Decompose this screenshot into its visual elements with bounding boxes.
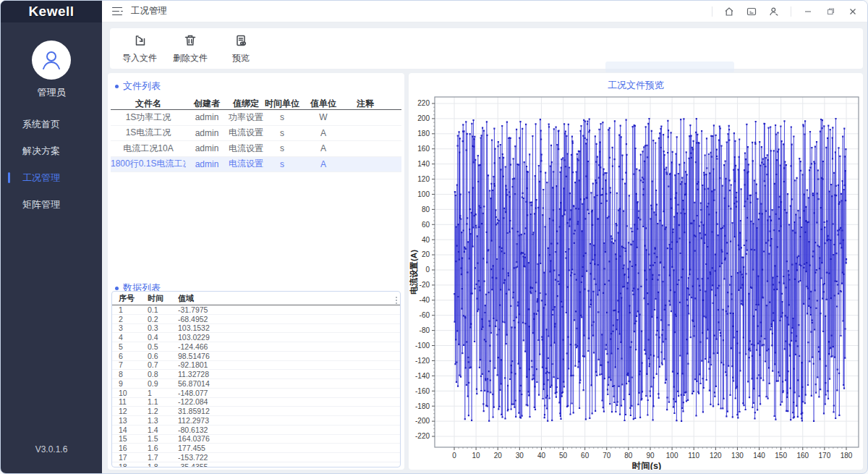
cell: 18 — [119, 462, 148, 467]
sidebar-item-0[interactable]: 系统首页 — [1, 111, 102, 137]
bullet-icon — [115, 85, 119, 88]
file-list-title: 文件列表 — [108, 73, 404, 93]
cell: 2 — [119, 315, 148, 323]
svg-text:100: 100 — [666, 452, 678, 460]
svg-text:50: 50 — [559, 452, 568, 460]
menu-toggle-icon[interactable] — [112, 7, 124, 16]
data-row-8[interactable]: 90.956.87014 — [112, 379, 400, 389]
cell: 0.9 — [148, 379, 178, 388]
cell: s — [264, 159, 300, 169]
cell: 1S电流工况 — [111, 127, 186, 139]
data-row-13[interactable]: 141.4-80.6132 — [112, 426, 400, 435]
svg-text:140: 140 — [753, 452, 765, 460]
monitor-icon[interactable] — [746, 6, 757, 17]
svg-text:0: 0 — [425, 266, 430, 274]
data-row-1[interactable]: 20.2-68.4952 — [112, 315, 400, 324]
svg-text:80: 80 — [422, 206, 430, 213]
cell: admin — [186, 143, 228, 153]
home-icon[interactable] — [723, 6, 735, 17]
close-icon[interactable] — [847, 6, 859, 17]
data-row-14[interactable]: 151.5164.0376 — [112, 435, 400, 444]
cell: 13 — [119, 416, 148, 425]
app-window: Kewell 管理员 系统首页解决方案工况管理矩阵管理 V3.0.1.6 工况管… — [0, 0, 868, 474]
svg-text:40: 40 — [537, 452, 546, 460]
cell: 56.87014 — [178, 379, 214, 388]
column-header: 值单位 — [300, 98, 346, 110]
toolbar-button-label: 删除文件 — [173, 52, 208, 64]
svg-text:-80: -80 — [420, 326, 430, 334]
cell: 9 — [119, 379, 148, 388]
data-row-9[interactable]: 101-148.077 — [112, 389, 400, 398]
data-row-16[interactable]: 171.7-153.722 — [112, 453, 400, 462]
scrollbar[interactable] — [396, 297, 397, 304]
cell: 1.7 — [148, 453, 178, 462]
cell: 功率设置 — [228, 111, 264, 124]
data-row-17[interactable]: 181.8-35.4355 — [112, 462, 400, 467]
cell: 1.3 — [148, 416, 178, 425]
data-row-7[interactable]: 80.811.32728 — [112, 370, 400, 379]
cell: 0.7 — [148, 360, 178, 369]
minimize-icon[interactable] — [802, 6, 814, 17]
cell: admin — [186, 128, 228, 138]
file-table-header: 文件名创建者值绑定时间单位值单位注释 — [111, 98, 401, 110]
svg-text:-160: -160 — [415, 387, 430, 395]
svg-text:180: 180 — [417, 130, 430, 137]
cell: 电流设置 — [228, 158, 264, 170]
svg-text:160: 160 — [796, 452, 809, 460]
cell: s — [264, 112, 300, 122]
data-row-4[interactable]: 50.5-124.466 — [112, 342, 400, 352]
column-header: 序号 — [119, 293, 148, 304]
sidebar-item-3[interactable]: 矩阵管理 — [1, 191, 102, 218]
cell: 电流设置 — [228, 143, 264, 155]
toolbar-button-1[interactable]: 删除文件 — [172, 33, 208, 64]
cell: 15 — [119, 434, 148, 443]
user-settings-icon[interactable] — [768, 6, 780, 17]
data-row-10[interactable]: 111.1-122.084 — [112, 398, 400, 407]
cell: s — [264, 128, 300, 138]
cell: 177.455 — [178, 444, 214, 452]
chart-panel: 工况文件预览 -220-200-180-160-140-120-100-80-6… — [409, 73, 863, 470]
fading-tooltip — [605, 62, 734, 72]
cell: 电流设置 — [228, 127, 264, 139]
data-row-3[interactable]: 40.4103.0229 — [112, 333, 400, 342]
data-row-12[interactable]: 131.3112.2973 — [112, 416, 400, 426]
sidebar-item-2[interactable]: 工况管理 — [1, 164, 102, 191]
cell: -148.077 — [178, 389, 214, 397]
cell: 98.51476 — [178, 352, 214, 360]
toolbar-button-0[interactable]: 导入文件 — [122, 33, 158, 64]
cell: 10 — [119, 389, 148, 397]
cell: 0.8 — [148, 370, 178, 378]
toolbar-button-2[interactable]: 预览 — [223, 33, 259, 64]
svg-text:-220: -220 — [415, 432, 430, 440]
file-row-1[interactable]: 1S电流工况admin电流设置sA — [111, 126, 401, 142]
file-row-2[interactable]: 电流工况10Aadmin电流设置sA — [111, 141, 401, 157]
column-header: 时间单位 — [264, 98, 300, 110]
cell: -31.7975 — [178, 305, 214, 314]
data-table-header: 序号时间值域 — [112, 292, 400, 305]
data-row-2[interactable]: 30.3103.1532 — [112, 324, 400, 334]
cell: 0.5 — [148, 342, 178, 351]
svg-text:140: 140 — [417, 160, 430, 168]
user-avatar-icon — [39, 48, 64, 72]
sidebar-item-1[interactable]: 解决方案 — [1, 137, 102, 164]
data-row-5[interactable]: 60.698.51476 — [112, 352, 400, 361]
data-row-6[interactable]: 70.7-92.1801 — [112, 361, 400, 371]
svg-text:110: 110 — [688, 452, 699, 460]
cell: 0.6 — [148, 352, 178, 360]
file-row-3[interactable]: 1800行0.1S电流工况admin电流设置sA — [111, 157, 401, 173]
data-row-11[interactable]: 121.231.85912 — [112, 407, 400, 416]
cell: 8 — [119, 370, 148, 378]
svg-text:-40: -40 — [420, 296, 430, 304]
data-table-body: 序号时间值域10.1-31.797520.2-68.495230.3103.15… — [112, 292, 400, 467]
svg-text:40: 40 — [422, 236, 430, 244]
file-row-0[interactable]: 1S功率工况admin功率设置sW — [111, 110, 401, 126]
data-row-15[interactable]: 161.6177.455 — [112, 444, 400, 453]
restore-icon[interactable] — [825, 6, 836, 17]
cell: 17 — [119, 453, 148, 462]
cell: -122.084 — [178, 397, 214, 406]
cell: A — [300, 159, 346, 169]
cell: 1 — [148, 389, 178, 397]
data-row-0[interactable]: 10.1-31.7975 — [112, 305, 400, 315]
cell: 4 — [119, 333, 148, 342]
cell: admin — [186, 159, 228, 169]
